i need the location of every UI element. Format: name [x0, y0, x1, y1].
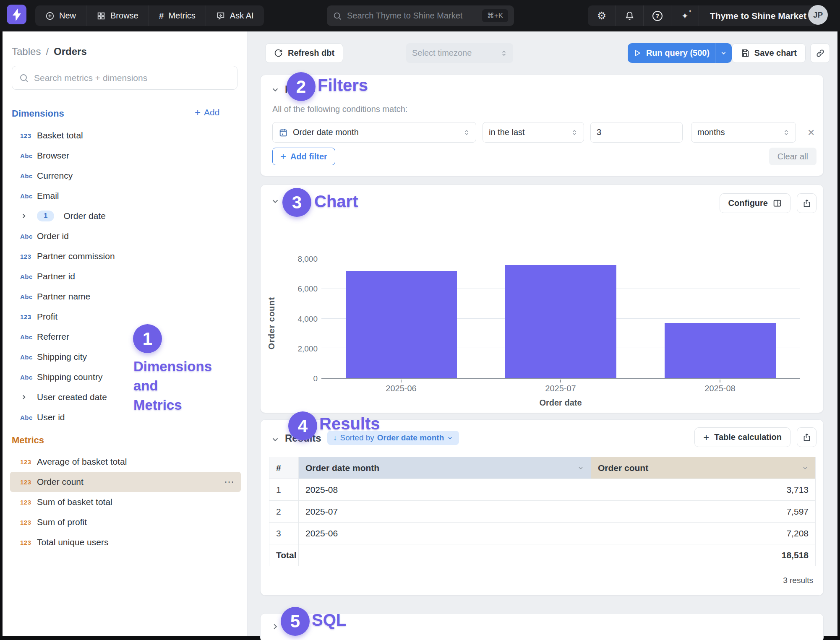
field-search[interactable] [12, 66, 237, 90]
column-header-dimension[interactable]: Order date month [299, 457, 591, 479]
clear-all-filters-button[interactable]: Clear all [769, 148, 817, 165]
metric-cell[interactable]: 7,597 [591, 501, 816, 523]
dimension-column-label: Order date month [305, 463, 379, 473]
user-avatar[interactable]: JP [808, 5, 828, 25]
metric-item-average-of-basket-total[interactable]: 123Average of basket total [10, 452, 241, 472]
dimension-item-partner-commission[interactable]: 123Partner commission [10, 246, 241, 266]
help-button[interactable]: ? [643, 5, 671, 26]
collapse-chart-icon[interactable] [271, 197, 280, 206]
dimension-item-browser[interactable]: AbcBrowser [10, 146, 241, 166]
play-icon [633, 49, 641, 57]
dimension-item-basket-total[interactable]: 123Basket total [10, 125, 241, 146]
breadcrumb-tables[interactable]: Tables [12, 46, 41, 57]
metric-item-sum-of-basket-total[interactable]: 123Sum of basket total [10, 492, 241, 512]
workspace-switcher[interactable]: Thyme to Shine Market [699, 5, 817, 26]
refresh-dbt-label: Refresh dbt [288, 48, 334, 58]
save-chart-button[interactable]: Save chart [732, 43, 806, 63]
remove-filter-button[interactable]: × [808, 127, 814, 138]
expand-group-icon[interactable] [20, 393, 37, 401]
string-type-icon: Abc [20, 374, 37, 381]
chevron-down-icon[interactable] [802, 465, 809, 471]
configure-chart-button[interactable]: Configure [720, 193, 790, 213]
run-query-options-button[interactable] [715, 43, 732, 63]
field-label: Partner id [37, 271, 75, 281]
run-query-button[interactable]: Run query (500) [628, 43, 715, 63]
timezone-placeholder: Select timezone [412, 48, 472, 58]
global-search[interactable]: ⌘+K [327, 5, 514, 26]
new-label: New [59, 11, 76, 21]
bar-2025-08[interactable] [665, 323, 776, 378]
timezone-select[interactable]: Select timezone [406, 43, 513, 63]
string-type-icon: Abc [20, 193, 37, 200]
annotation-2-circle: 2 [287, 72, 316, 101]
x-tick-mark [640, 380, 800, 382]
dimension-item-profit[interactable]: 123Profit [10, 307, 241, 327]
table-calculation-button[interactable]: + Table calculation [694, 427, 790, 447]
collapse-filters-icon[interactable] [271, 85, 280, 94]
save-icon [741, 49, 749, 57]
copy-link-button[interactable] [810, 43, 830, 63]
calendar-icon [279, 128, 288, 137]
expand-group-icon[interactable] [20, 212, 37, 220]
string-type-icon: Abc [20, 354, 37, 361]
field-menu-button[interactable]: ⋯ [224, 476, 235, 488]
search-icon [19, 73, 29, 83]
filter-operator-select[interactable]: in the last [483, 122, 584, 143]
add-filter-button[interactable]: + Add filter [272, 148, 335, 165]
metric-item-sum-of-profit[interactable]: 123Sum of profit [10, 512, 241, 532]
run-query-split-button: Run query (500) [628, 43, 732, 63]
field-label: Order date [63, 211, 105, 221]
y-tick-label: 6,000 [297, 284, 318, 294]
filter-field-select[interactable]: Order date month [272, 122, 476, 143]
bar-2025-06[interactable] [346, 271, 457, 378]
notifications-button[interactable] [616, 5, 643, 26]
metric-item-total-unique-users[interactable]: 123Total unique users [10, 532, 241, 552]
total-label: Total [269, 544, 299, 566]
metric-column-label: Order count [598, 463, 648, 473]
chart-x-tickmarks [321, 380, 800, 382]
dimension-cell[interactable]: 2025-07 [299, 501, 591, 523]
browse-button[interactable]: Browse [86, 5, 149, 26]
dimension-item-email[interactable]: AbcEmail [10, 186, 241, 206]
dimension-cell[interactable]: 2025-08 [299, 479, 591, 501]
bar-2025-07[interactable] [505, 265, 616, 378]
ask-ai-button[interactable]: Ask AI [206, 5, 264, 26]
x-tick-label: 2025-08 [640, 384, 800, 393]
add-dimension-button[interactable]: + Add [195, 107, 219, 117]
number-type-icon: 123 [20, 519, 37, 526]
collapse-results-icon[interactable] [271, 435, 280, 444]
global-search-input[interactable] [347, 11, 477, 21]
filter-value-input[interactable] [591, 122, 683, 142]
column-header-metric[interactable]: Order count [591, 457, 816, 479]
chevron-down-icon[interactable] [577, 465, 584, 471]
plus-icon: + [703, 432, 709, 443]
filter-unit-select[interactable]: months [691, 122, 796, 143]
refresh-dbt-button[interactable]: Refresh dbt [265, 43, 343, 63]
field-label: Referrer [37, 332, 69, 342]
metric-cell[interactable]: 3,713 [591, 479, 816, 501]
dimension-item-partner-id[interactable]: AbcPartner id [10, 266, 241, 286]
whats-new-button[interactable]: ✦ [671, 5, 699, 26]
dimension-item-partner-name[interactable]: AbcPartner name [10, 286, 241, 307]
export-results-button[interactable] [797, 427, 817, 447]
dimension-item-order-id[interactable]: AbcOrder id [10, 226, 241, 246]
field-label: Currency [37, 171, 73, 181]
dimension-cell[interactable]: 2025-06 [299, 523, 591, 544]
field-search-input[interactable] [34, 73, 230, 83]
explore-main: Refresh dbt Select timezone Run query (5… [248, 31, 837, 636]
dimension-item-order-date[interactable]: 1Order date [10, 206, 241, 226]
metrics-button[interactable]: # Metrics [149, 5, 206, 26]
number-type-icon: 123 [20, 313, 37, 320]
annotation-3-label: Chart [314, 192, 358, 211]
export-chart-button[interactable] [797, 193, 817, 213]
settings-button[interactable]: ⚙ [588, 5, 616, 26]
table-calculation-label: Table calculation [714, 432, 782, 442]
dimension-item-referrer[interactable]: AbcReferrer [10, 327, 241, 347]
app-logo[interactable] [7, 5, 26, 24]
metric-item-order-count[interactable]: 123Order count⋯ [10, 472, 241, 492]
new-button[interactable]: New [35, 5, 86, 26]
app-window: New Browse # Metrics Ask AI ⌘+K ⚙ [0, 0, 840, 640]
dimension-item-currency[interactable]: AbcCurrency [10, 166, 241, 186]
metric-cell[interactable]: 7,208 [591, 523, 816, 544]
expand-sql-icon[interactable] [271, 622, 280, 631]
